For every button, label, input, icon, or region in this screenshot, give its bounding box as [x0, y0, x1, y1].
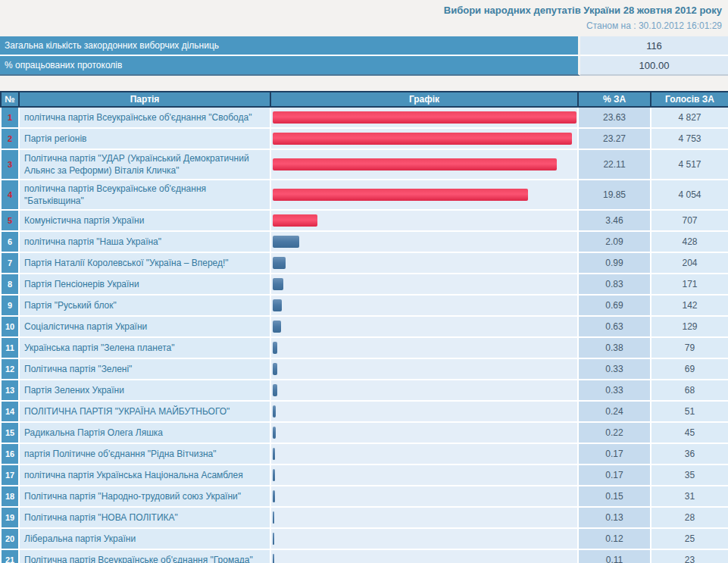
votes-value: 204: [651, 252, 728, 274]
result-bar: [273, 214, 317, 227]
percent-value: 2.09: [578, 231, 651, 252]
row-number: 15: [1, 422, 19, 443]
result-bar: [273, 427, 276, 439]
summary-label: % опрацьованих протоколів: [0, 56, 580, 76]
result-bar: [273, 405, 276, 418]
bar-cell: [270, 210, 578, 231]
votes-value: 4 054: [651, 180, 728, 210]
bar-cell: [270, 149, 578, 180]
party-name: Українська партія "Зелена планета": [19, 337, 270, 358]
row-number: 18: [1, 486, 19, 507]
party-name: Партія Зелених України: [19, 380, 270, 401]
votes-value: 51: [651, 401, 728, 422]
percent-value: 0.24: [578, 401, 651, 422]
column-header-party: Партія: [19, 92, 270, 107]
row-number: 16: [1, 443, 19, 464]
percent-value: 0.11: [578, 549, 651, 563]
row-number: 9: [1, 295, 19, 316]
bar-cell: [270, 380, 578, 401]
bar-cell: [270, 295, 578, 316]
percent-value: 3.46: [578, 210, 651, 231]
row-number: 13: [1, 380, 19, 401]
column-header-votes: Голосів ЗА: [651, 92, 728, 107]
result-bar: [273, 363, 277, 375]
percent-value: 0.69: [578, 295, 651, 316]
row-number: 4: [1, 180, 19, 210]
table-row: 19 Політична партія "НОВА ПОЛІТИКА" 0.13…: [1, 507, 728, 528]
table-row: 7 Партія Наталії Королевської "Україна –…: [1, 252, 728, 274]
result-bar: [273, 158, 557, 170]
bar-cell: [270, 252, 578, 274]
row-number: 11: [1, 337, 19, 358]
party-name: Політична партія "УДАР (Український Демо…: [19, 149, 270, 180]
percent-value: 0.22: [578, 422, 651, 443]
results-table: № Партія Графік % ЗА Голосів ЗА 1 політи…: [0, 91, 728, 563]
party-name: політична партія "Наша Україна": [19, 231, 270, 252]
party-name: Партія Пенсіонерів України: [19, 274, 270, 295]
party-name: партія Політичне об'єднання "Рідна Вітчи…: [19, 443, 270, 464]
row-number: 1: [1, 107, 19, 128]
party-name: Політична партія "НОВА ПОЛІТИКА": [19, 507, 270, 528]
votes-value: 23: [651, 549, 728, 563]
table-row: 8 Партія Пенсіонерів України 0.83 171: [1, 274, 728, 295]
votes-value: 45: [651, 422, 728, 443]
percent-value: 0.33: [578, 380, 651, 401]
percent-value: 0.99: [578, 252, 651, 274]
result-bar: [273, 133, 572, 145]
column-header-percent: % ЗА: [578, 92, 651, 107]
result-bar: [273, 278, 283, 290]
result-bar: [273, 533, 274, 545]
table-row: 6 політична партія "Наша Україна" 2.09 4…: [1, 231, 728, 252]
table-row: 16 партія Політичне об'єднання "Рідна Ві…: [1, 443, 728, 464]
bar-cell: [270, 274, 578, 295]
row-number: 20: [1, 528, 19, 549]
result-bar: [273, 257, 286, 269]
votes-value: 68: [651, 380, 728, 401]
row-number: 17: [1, 464, 19, 486]
result-bar: [273, 384, 277, 396]
party-name: ПОЛІТИЧНА ПАРТІЯ "УКРАЇНА МАЙБУТНЬОГО": [19, 401, 270, 422]
bar-cell: [270, 337, 578, 358]
table-row: 10 Соціалістична партія України 0.63 129: [1, 316, 728, 337]
bar-cell: [270, 443, 578, 464]
votes-value: 428: [651, 231, 728, 252]
percent-value: 0.83: [578, 274, 651, 295]
votes-value: 25: [651, 528, 728, 549]
percent-value: 19.85: [578, 180, 651, 210]
bar-cell: [270, 128, 578, 149]
votes-value: 171: [651, 274, 728, 295]
party-name: Партія "Руський блок": [19, 295, 270, 316]
summary-value: 100.00: [580, 56, 728, 76]
party-name: Політична партія "Народно-трудовий союз …: [19, 486, 270, 507]
party-name: Політична партія Всеукраїнське об'єднанн…: [19, 549, 270, 563]
table-row: 9 Партія "Руський блок" 0.69 142: [1, 295, 728, 316]
party-name: політична партія Всеукраїнське об'єднанн…: [19, 107, 270, 128]
table-row: 12 Політична партія "Зелені" 0.33 69: [1, 358, 728, 380]
column-header-rank: №: [1, 92, 19, 107]
table-row: 11 Українська партія "Зелена планета" 0.…: [1, 337, 728, 358]
percent-value: 0.17: [578, 443, 651, 464]
votes-value: 129: [651, 316, 728, 337]
party-name: Ліберальна партія України: [19, 528, 270, 549]
bar-cell: [270, 107, 578, 128]
percent-value: 0.12: [578, 528, 651, 549]
result-bar: [273, 490, 275, 502]
results-table-header: № Партія Графік % ЗА Голосів ЗА: [1, 92, 728, 107]
row-number: 5: [1, 210, 19, 231]
row-number: 12: [1, 358, 19, 380]
votes-value: 79: [651, 337, 728, 358]
bar-cell: [270, 507, 578, 528]
results-table-body: 1 політична партія Всеукраїнське об'єдна…: [1, 107, 728, 563]
percent-value: 0.63: [578, 316, 651, 337]
percent-value: 0.13: [578, 507, 651, 528]
summary-row: % опрацьованих протоколів 100.00: [0, 56, 728, 76]
row-number: 3: [1, 149, 19, 180]
bar-cell: [270, 231, 578, 252]
bar-cell: [270, 486, 578, 507]
party-name: Партія регіонів: [19, 128, 270, 149]
table-row: 20 Ліберальна партія України 0.12 25: [1, 528, 728, 549]
bar-cell: [270, 358, 578, 380]
result-bar: [273, 511, 274, 524]
party-name: політична партія Українська Національна …: [19, 464, 270, 486]
row-number: 7: [1, 252, 19, 274]
